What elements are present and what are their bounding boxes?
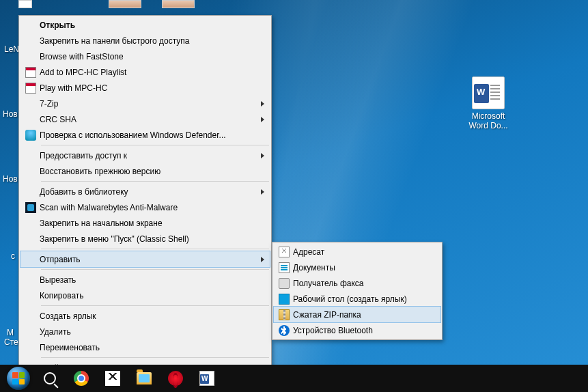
context-menu: Открыть Закрепить на панели быстрого дос… xyxy=(18,15,272,378)
left-label: Сте xyxy=(4,337,18,347)
icon-label-line2: Word Do... xyxy=(468,121,507,130)
chevron-right-icon xyxy=(261,153,264,158)
ctx-access[interactable]: Предоставить доступ к xyxy=(20,148,270,163)
left-label: Нов xyxy=(3,174,18,184)
ctx-mbam[interactable]: Scan with Malwarebytes Anti-Malware xyxy=(20,199,270,215)
chevron-right-icon xyxy=(261,117,264,122)
taskbar-explorer[interactable] xyxy=(128,365,160,392)
word-icon xyxy=(199,371,214,386)
chevron-right-icon xyxy=(261,101,264,107)
ctx-faststone[interactable]: Browse with FastStone xyxy=(20,48,270,64)
taskbar-chrome[interactable] xyxy=(66,365,97,392)
sendto-recipient[interactable]: Адресат xyxy=(274,244,440,260)
top-thumb xyxy=(109,0,141,8)
ctx-defender[interactable]: Проверка с использованием Windows Defend… xyxy=(20,127,270,143)
separator xyxy=(41,357,269,358)
top-thumb xyxy=(162,0,195,8)
calendar-icon xyxy=(25,83,36,94)
left-label: Нов xyxy=(3,109,18,119)
ctx-cut[interactable]: Вырезать xyxy=(20,272,270,288)
ctx-rename[interactable]: Переименовать xyxy=(20,339,270,355)
ctx-crcsha[interactable]: CRC SHA xyxy=(20,111,270,127)
left-label: LeN xyxy=(4,44,19,54)
bluetooth-icon xyxy=(279,325,290,336)
taskbar-opera[interactable] xyxy=(160,365,191,392)
chrome-icon xyxy=(74,371,89,386)
sendto-zip[interactable]: Сжатая ZIP-папка xyxy=(274,307,440,322)
ctx-add-mpc[interactable]: Add to MPC-HC Playlist xyxy=(20,64,270,80)
desktop-icon xyxy=(279,294,290,305)
taskbar-search[interactable] xyxy=(34,365,66,392)
windows-logo-icon xyxy=(7,367,30,390)
start-button[interactable] xyxy=(3,365,34,392)
shield-icon xyxy=(25,130,36,141)
sendto-documents[interactable]: Документы xyxy=(274,260,440,275)
separator xyxy=(41,249,269,249)
zip-folder-icon xyxy=(279,309,290,320)
opera-icon xyxy=(168,371,183,386)
ctx-shortcut[interactable]: Создать ярлык xyxy=(20,308,270,324)
icon-label-line1: Microsoft xyxy=(472,111,505,121)
ctx-7zip[interactable]: 7-Zip xyxy=(20,96,270,111)
left-label: с xyxy=(11,251,15,261)
fax-icon xyxy=(279,278,290,289)
ctx-pin-start[interactable]: Закрепить на начальном экране xyxy=(20,215,270,231)
ctx-restore[interactable]: Восстановить прежнюю версию xyxy=(20,163,270,179)
search-icon xyxy=(44,372,56,384)
malwarebytes-icon xyxy=(25,202,36,213)
left-label: М xyxy=(7,328,14,337)
sendto-bluetooth[interactable]: Устройство Bluetooth xyxy=(274,322,440,338)
separator xyxy=(41,145,269,145)
separator xyxy=(41,181,269,182)
send-to-submenu: Адресат Документы Получатель факса Рабоч… xyxy=(272,242,443,340)
desktop-icon-word-doc[interactable]: Microsoft Word Do... xyxy=(462,76,515,130)
ctx-pin-quick[interactable]: Закрепить на панели быстрого доступа xyxy=(20,33,270,48)
chevron-right-icon xyxy=(261,257,264,262)
taskbar xyxy=(0,365,588,392)
taskbar-word[interactable] xyxy=(191,365,223,392)
ctx-send-to[interactable]: Отправить xyxy=(20,251,270,267)
top-thumb xyxy=(18,0,32,8)
word-document-icon xyxy=(472,76,505,109)
ctx-play-mpc[interactable]: Play with MPC-HC xyxy=(20,80,270,96)
sendto-fax[interactable]: Получатель факса xyxy=(274,275,440,291)
desktop-background[interactable]: LeN Нов Нов с М Сте Microsoft Word Do...… xyxy=(0,0,588,392)
file-explorer-icon xyxy=(137,372,152,384)
taskbar-mail[interactable] xyxy=(97,365,128,392)
separator xyxy=(41,269,269,270)
ctx-pin-classic[interactable]: Закрепить в меню "Пуск" (Classic Shell) xyxy=(20,231,270,247)
separator xyxy=(41,305,269,306)
chevron-right-icon xyxy=(261,189,264,195)
documents-icon xyxy=(279,262,290,273)
ctx-library[interactable]: Добавить в библиотеку xyxy=(20,184,270,199)
mail-app-icon xyxy=(105,371,120,386)
calendar-icon xyxy=(25,67,36,78)
mail-icon xyxy=(279,247,290,257)
ctx-open[interactable]: Открыть xyxy=(20,17,270,33)
ctx-copy[interactable]: Копировать xyxy=(20,288,270,303)
ctx-delete[interactable]: Удалить xyxy=(20,324,270,339)
sendto-desktop[interactable]: Рабочий стол (создать ярлык) xyxy=(274,291,440,307)
